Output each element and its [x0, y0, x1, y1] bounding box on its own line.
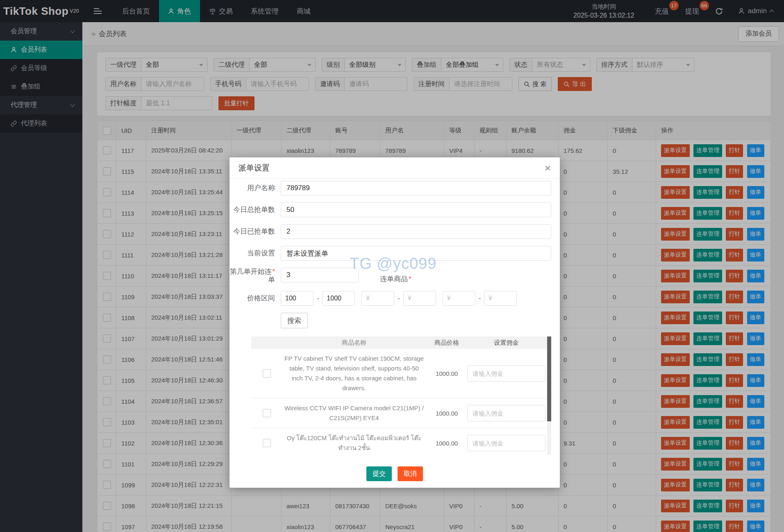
price-range-inputs: ---: [281, 291, 517, 306]
price-pair: -: [443, 291, 517, 306]
modal-field-label: 当前设置: [230, 246, 281, 261]
modal-field-row: 今日已抢单数: [230, 224, 560, 239]
price-input[interactable]: [484, 291, 517, 306]
product-checkbox[interactable]: [263, 439, 271, 447]
product-commission-header: 设置佣金: [467, 339, 551, 347]
price-input[interactable]: [443, 291, 475, 306]
product-price-header: 商品价格: [426, 339, 467, 347]
price-input[interactable]: [361, 291, 394, 306]
price-input[interactable]: [281, 291, 314, 306]
modal-field-row: 今日总抢单数: [230, 202, 560, 217]
product-name: Wireless CCTV WIFI IP Camera model C21(1…: [282, 398, 426, 428]
product-name-header: 商品名称: [282, 338, 426, 348]
product-commission-cell: [467, 405, 551, 421]
product-commission-input[interactable]: [467, 435, 545, 451]
chain-goods-label: 连单商品*: [380, 274, 411, 284]
price-input[interactable]: [322, 291, 355, 306]
price-range-label: 价格区间: [230, 291, 281, 306]
product-name: FP TV cabinet TV shelf TV cabinet 190CM,…: [282, 349, 426, 398]
product-row: Oy โต๊ะ120CM โต๊ะทำงานไม้ โต๊ะคอมพิวเตอร…: [251, 428, 551, 455]
modal-field-row: 用户名称: [230, 181, 560, 196]
product-name: Oy โต๊ะ120CM โต๊ะทำงานไม้ โต๊ะคอมพิวเตอร…: [282, 428, 426, 455]
close-icon[interactable]: ×: [545, 163, 551, 173]
product-table-header: 商品名称 商品价格 设置佣金: [251, 336, 551, 349]
price-separator: -: [398, 295, 400, 302]
price-separator: -: [479, 295, 481, 302]
modal-field-input[interactable]: [281, 224, 551, 239]
modal-title: 派单设置: [239, 163, 270, 173]
modal-footer: 提交 取消: [230, 466, 560, 481]
product-checkbox-cell: [251, 409, 282, 417]
modal-field-label: 今日总抢单数: [230, 202, 281, 217]
product-scrollbar-thumb[interactable]: [547, 336, 551, 421]
product-price: 1000.00: [426, 410, 467, 417]
product-checkbox-cell: [251, 439, 282, 447]
price-range-row: 价格区间 ---: [230, 291, 560, 306]
product-row: Wireless CCTV WIFI IP Camera model C21(1…: [251, 398, 551, 428]
modal-field-row: 当前设置: [230, 246, 560, 261]
product-table: 商品名称 商品价格 设置佣金 FP TV cabinet TV shelf TV…: [251, 336, 551, 455]
modal-field-input[interactable]: [281, 246, 551, 261]
product-commission-input[interactable]: [467, 365, 545, 382]
modal-field-label: 今日已抢单数: [230, 224, 281, 239]
product-scrollbar-track: [547, 336, 551, 455]
price-pair: -: [361, 291, 436, 306]
product-checkbox-cell: [251, 369, 282, 377]
product-row: FP TV cabinet TV shelf TV cabinet 190CM,…: [251, 349, 551, 398]
modal-header: 派单设置 ×: [230, 157, 560, 179]
product-commission-cell: [467, 365, 551, 382]
required-asterisk: *: [409, 275, 411, 283]
modal-field-label: 用户名称: [230, 181, 281, 196]
product-commission-cell: [467, 435, 551, 451]
cancel-button[interactable]: 取消: [398, 466, 423, 481]
required-asterisk: *: [272, 268, 275, 275]
price-pair: -: [281, 291, 355, 306]
price-separator: -: [317, 295, 319, 302]
chain-start-label: 第几单开始连* 单: [230, 268, 281, 284]
product-rows: FP TV cabinet TV shelf TV cabinet 190CM,…: [251, 349, 551, 455]
modal-simple-fields: 用户名称今日总抢单数今日已抢单数当前设置: [230, 181, 560, 261]
modal-search-button[interactable]: 搜索: [281, 313, 308, 328]
modal-body: 用户名称今日总抢单数今日已抢单数当前设置 第几单开始连* 单 连单商品* 价格区…: [230, 179, 560, 455]
modal-field-input[interactable]: [281, 181, 551, 196]
product-commission-input[interactable]: [467, 405, 545, 421]
dispatch-settings-modal: 派单设置 × 用户名称今日总抢单数今日已抢单数当前设置 第几单开始连* 单 连单…: [230, 157, 560, 488]
product-price: 1000.00: [426, 370, 467, 377]
price-input[interactable]: [403, 291, 436, 306]
modal-field-input[interactable]: [281, 202, 551, 217]
submit-button[interactable]: 提交: [366, 466, 392, 481]
product-checkbox[interactable]: [263, 409, 271, 417]
product-checkbox[interactable]: [263, 369, 271, 377]
chain-start-row: 第几单开始连* 单 连单商品*: [230, 268, 560, 284]
chain-start-input[interactable]: [281, 268, 359, 282]
product-price: 1000.00: [426, 440, 467, 447]
